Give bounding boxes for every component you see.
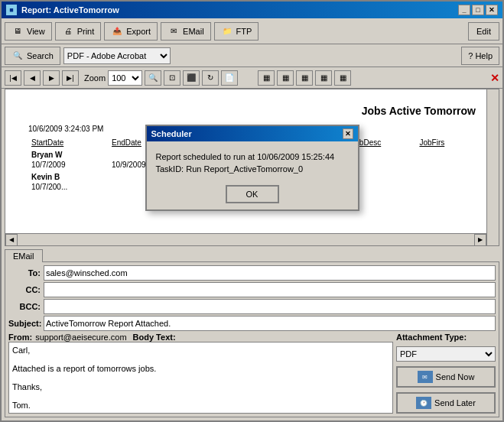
modal-title-text: Scheduler bbox=[151, 129, 192, 138]
to-label: To: bbox=[8, 268, 41, 278]
report-title: Jobs Active Tomorrow bbox=[28, 105, 476, 117]
last-page-button[interactable]: ▶| bbox=[62, 70, 79, 86]
report-preview: Jobs Active Tomorrow 10/6/2009 3:24:03 P… bbox=[5, 89, 499, 246]
help-area: ? Help bbox=[461, 47, 499, 65]
cell-start-k: 10/7/200... bbox=[28, 182, 109, 192]
modal-button-row: OK bbox=[156, 185, 349, 203]
zoom-select[interactable]: 100 bbox=[108, 70, 142, 86]
modal-body: Report scheduled to run at 10/06/2009 15… bbox=[147, 141, 358, 209]
bcc-label: BCC: bbox=[8, 302, 41, 311]
modal-ok-button[interactable]: OK bbox=[226, 185, 279, 203]
print-icon: 🖨 bbox=[62, 26, 74, 37]
from-value: support@aeisecure.com bbox=[35, 333, 126, 342]
grid-btn-5[interactable]: ▦ bbox=[334, 70, 351, 86]
send-later-button[interactable]: 🕐 Send Later bbox=[396, 392, 496, 414]
grid-btn-1[interactable]: ▦ bbox=[258, 70, 275, 86]
view-icon: 🖥 bbox=[11, 26, 24, 37]
close-button[interactable]: ✕ bbox=[486, 5, 498, 15]
bcc-input[interactable] bbox=[44, 299, 496, 314]
maximize-button[interactable]: □ bbox=[472, 5, 484, 15]
subject-row: Subject: bbox=[8, 316, 496, 331]
from-label: From: bbox=[8, 333, 32, 342]
modal-line2: TaskID: Run Report_ActiveTomorrow_0 bbox=[156, 164, 304, 174]
email-tab[interactable]: EMail bbox=[5, 249, 43, 262]
vertical-scrollbar[interactable] bbox=[486, 89, 499, 245]
main-window: ■ Report: ActiveTomorrow _ □ ✕ 🖥 View 🖨 … bbox=[0, 0, 504, 422]
export-icon: 📤 bbox=[111, 26, 123, 37]
to-input[interactable] bbox=[44, 265, 496, 281]
from-row: From: support@aeisecure.com Body Text: bbox=[8, 333, 393, 342]
modal-close-button[interactable]: ✕ bbox=[343, 128, 353, 139]
window-title: Report: ActiveTomorrow bbox=[21, 5, 119, 15]
send-later-icon: 🕐 bbox=[416, 397, 431, 409]
minimize-button[interactable]: _ bbox=[458, 5, 470, 15]
col-startdate: StartDate bbox=[28, 138, 109, 148]
title-bar-left: ■ Report: ActiveTomorrow bbox=[6, 5, 119, 15]
help-icon: ? bbox=[468, 51, 473, 60]
toolbar-row-1: 🖥 View 🖨 Print 📤 Export ✉ EMail 📁 FTP Ed… bbox=[2, 18, 502, 44]
email-button[interactable]: ✉ EMail bbox=[161, 22, 211, 41]
scheduler-modal: Scheduler ✕ Report scheduled to run at 1… bbox=[145, 125, 359, 211]
search-button[interactable]: 🔍 Search bbox=[5, 47, 60, 65]
grid-btn-4[interactable]: ▦ bbox=[315, 70, 332, 86]
attachment-type-select[interactable]: PDF bbox=[396, 346, 496, 362]
bcc-row: BCC: bbox=[8, 299, 496, 314]
help-button[interactable]: ? Help bbox=[461, 47, 499, 65]
modal-line1: Report scheduled to run at 10/06/2009 15… bbox=[156, 152, 335, 161]
horizontal-scrollbar[interactable]: ◀ ▶ bbox=[5, 233, 486, 245]
print-button[interactable]: 🖨 Print bbox=[55, 22, 102, 41]
export-button[interactable]: 📤 Export bbox=[104, 22, 158, 41]
modal-title-bar: Scheduler ✕ bbox=[147, 126, 358, 141]
subject-label: Subject: bbox=[8, 319, 41, 328]
email-right-panel: Attachment Type: PDF ✉ Send Now 🕐 Send L… bbox=[396, 333, 496, 414]
cc-label: CC: bbox=[8, 285, 41, 294]
next-page-button[interactable]: ▶ bbox=[43, 70, 60, 86]
title-bar-controls: _ □ ✕ bbox=[458, 5, 498, 15]
grid-btn-2[interactable]: ▦ bbox=[277, 70, 294, 86]
send-later-label: Send Later bbox=[434, 398, 476, 407]
close-report-button[interactable]: ✕ bbox=[490, 72, 499, 84]
grid-btn-3[interactable]: ▦ bbox=[296, 70, 313, 86]
cell-jobfirs bbox=[416, 160, 476, 170]
scroll-right-button[interactable]: ▶ bbox=[474, 234, 486, 246]
cell-start: 10/7/2009 bbox=[28, 160, 109, 170]
email-icon: ✉ bbox=[167, 26, 180, 37]
body-text-label: Body Text: bbox=[133, 333, 176, 342]
zoom-in-button[interactable]: 🔍 bbox=[145, 70, 161, 86]
view-button[interactable]: 🖥 View bbox=[5, 22, 52, 41]
first-page-button[interactable]: |◀ bbox=[5, 70, 21, 86]
col-jobfirs: JobFirs bbox=[416, 138, 476, 148]
scroll-left-button[interactable]: ◀ bbox=[5, 234, 18, 246]
toolbar-row-2: 🔍 Search PDF - Adobe Acrobat ? Help bbox=[2, 44, 502, 67]
email-body-section: From: support@aeisecure.com Body Text: C… bbox=[8, 333, 393, 414]
search-icon: 🔍 bbox=[11, 50, 24, 61]
to-row: To: bbox=[8, 265, 496, 281]
app-icon: ■ bbox=[6, 5, 17, 15]
refresh-button[interactable]: ↻ bbox=[202, 70, 219, 86]
send-now-icon: ✉ bbox=[418, 371, 433, 383]
ftp-icon: 📁 bbox=[221, 26, 233, 37]
edit-button[interactable]: Edit bbox=[468, 22, 499, 41]
cc-row: CC: bbox=[8, 282, 496, 297]
right-buttons: Edit bbox=[468, 22, 499, 41]
cc-input[interactable] bbox=[44, 282, 496, 297]
prev-page-button[interactable]: ◀ bbox=[24, 70, 41, 86]
email-section: EMail To: CC: BCC: Subject: bbox=[5, 249, 499, 417]
pdf-format-select[interactable]: PDF - Adobe Acrobat bbox=[63, 47, 171, 64]
title-bar: ■ Report: ActiveTomorrow _ □ ✕ bbox=[2, 2, 502, 18]
send-now-button[interactable]: ✉ Send Now bbox=[396, 366, 496, 388]
subject-input[interactable] bbox=[44, 316, 496, 331]
nav-toolbar: |◀ ◀ ▶ ▶| Zoom 100 🔍 ⊡ ⬛ ↻ 📄 ▦ ▦ ▦ ▦ ▦ ✕ bbox=[2, 67, 502, 89]
ftp-button[interactable]: 📁 FTP bbox=[214, 22, 259, 41]
email-tab-content: To: CC: BCC: Subject: bbox=[5, 261, 499, 417]
email-bottom: From: support@aeisecure.com Body Text: C… bbox=[8, 333, 496, 414]
email-body-textarea[interactable]: Carl, Attached is a report of tomorrows … bbox=[8, 342, 393, 414]
zoom-label: Zoom bbox=[84, 73, 106, 83]
attachment-label: Attachment Type: bbox=[396, 333, 496, 342]
doc-icon-btn[interactable]: 📄 bbox=[221, 70, 238, 86]
modal-message: Report scheduled to run at 10/06/2009 15… bbox=[156, 151, 349, 176]
zoom-page-button[interactable]: ⬛ bbox=[183, 70, 200, 86]
zoom-fit-button[interactable]: ⊡ bbox=[164, 70, 180, 86]
send-now-label: Send Now bbox=[436, 372, 475, 381]
